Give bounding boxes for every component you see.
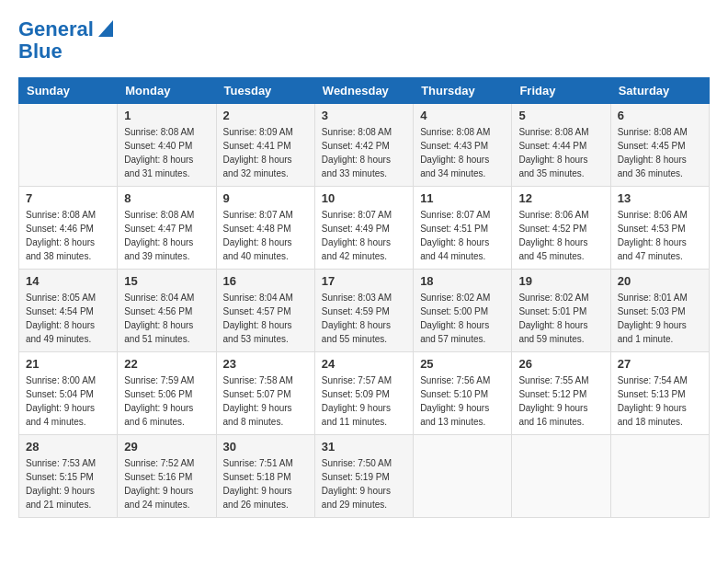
logo-icon bbox=[97, 17, 113, 37]
day-number: 1 bbox=[124, 109, 209, 122]
day-number: 15 bbox=[124, 274, 209, 288]
calendar-cell: 1Sunrise: 8:08 AM Sunset: 4:40 PM Daylig… bbox=[118, 104, 216, 187]
day-info: Sunrise: 8:00 AM Sunset: 5:04 PM Dayligh… bbox=[26, 373, 110, 429]
col-header-saturday: Saturday bbox=[610, 78, 709, 104]
calendar-cell: 9Sunrise: 8:07 AM Sunset: 4:48 PM Daylig… bbox=[216, 187, 314, 270]
day-info: Sunrise: 8:08 AM Sunset: 4:42 PM Dayligh… bbox=[322, 125, 406, 180]
calendar-cell: 12Sunrise: 8:06 AM Sunset: 4:52 PM Dayli… bbox=[512, 187, 610, 270]
calendar-cell: 27Sunrise: 7:54 AM Sunset: 5:13 PM Dayli… bbox=[610, 352, 709, 435]
day-info: Sunrise: 7:55 AM Sunset: 5:12 PM Dayligh… bbox=[518, 373, 603, 429]
day-number: 22 bbox=[124, 357, 209, 371]
calendar-week-row: 14Sunrise: 8:05 AM Sunset: 4:54 PM Dayli… bbox=[19, 270, 710, 352]
day-info: Sunrise: 7:58 AM Sunset: 5:07 PM Dayligh… bbox=[223, 373, 308, 429]
day-number: 21 bbox=[26, 357, 110, 371]
day-number: 6 bbox=[618, 109, 702, 122]
day-info: Sunrise: 8:02 AM Sunset: 5:00 PM Dayligh… bbox=[420, 291, 505, 346]
day-info: Sunrise: 8:02 AM Sunset: 5:01 PM Dayligh… bbox=[518, 291, 603, 346]
calendar-cell: 28Sunrise: 7:53 AM Sunset: 5:15 PM Dayli… bbox=[19, 435, 118, 518]
calendar-cell: 10Sunrise: 8:07 AM Sunset: 4:49 PM Dayli… bbox=[314, 187, 413, 270]
calendar-cell: 17Sunrise: 8:03 AM Sunset: 4:59 PM Dayli… bbox=[314, 270, 413, 352]
day-info: Sunrise: 8:08 AM Sunset: 4:43 PM Dayligh… bbox=[420, 125, 505, 180]
day-number: 14 bbox=[26, 274, 110, 288]
day-info: Sunrise: 8:08 AM Sunset: 4:40 PM Dayligh… bbox=[124, 125, 209, 180]
calendar-cell: 30Sunrise: 7:51 AM Sunset: 5:18 PM Dayli… bbox=[216, 435, 314, 518]
calendar-cell bbox=[414, 435, 512, 518]
calendar-header-row: SundayMondayTuesdayWednesdayThursdayFrid… bbox=[19, 78, 710, 104]
day-info: Sunrise: 7:51 AM Sunset: 5:18 PM Dayligh… bbox=[223, 456, 308, 511]
col-header-monday: Monday bbox=[118, 78, 216, 104]
day-info: Sunrise: 7:52 AM Sunset: 5:16 PM Dayligh… bbox=[124, 456, 209, 511]
day-number: 3 bbox=[322, 109, 406, 122]
calendar-cell: 19Sunrise: 8:02 AM Sunset: 5:01 PM Dayli… bbox=[512, 270, 610, 352]
day-number: 31 bbox=[322, 440, 406, 454]
day-number: 19 bbox=[518, 274, 603, 288]
col-header-thursday: Thursday bbox=[414, 78, 512, 104]
calendar-week-row: 28Sunrise: 7:53 AM Sunset: 5:15 PM Dayli… bbox=[19, 435, 710, 518]
day-number: 12 bbox=[518, 191, 603, 205]
calendar-cell: 26Sunrise: 7:55 AM Sunset: 5:12 PM Dayli… bbox=[512, 352, 610, 435]
day-number: 29 bbox=[124, 440, 209, 454]
day-number: 25 bbox=[420, 357, 505, 371]
calendar-cell: 6Sunrise: 8:08 AM Sunset: 4:45 PM Daylig… bbox=[610, 104, 709, 187]
day-info: Sunrise: 7:57 AM Sunset: 5:09 PM Dayligh… bbox=[322, 373, 406, 429]
calendar-cell: 8Sunrise: 8:08 AM Sunset: 4:47 PM Daylig… bbox=[118, 187, 216, 270]
calendar-cell bbox=[19, 104, 118, 187]
day-number: 4 bbox=[420, 109, 505, 122]
day-number: 20 bbox=[618, 274, 702, 288]
day-number: 10 bbox=[322, 191, 406, 205]
day-info: Sunrise: 8:07 AM Sunset: 4:49 PM Dayligh… bbox=[322, 208, 406, 263]
logo: General Blue bbox=[18, 18, 113, 63]
calendar-cell: 13Sunrise: 8:06 AM Sunset: 4:53 PM Dayli… bbox=[610, 187, 709, 270]
calendar-cell: 22Sunrise: 7:59 AM Sunset: 5:06 PM Dayli… bbox=[118, 352, 216, 435]
day-info: Sunrise: 8:08 AM Sunset: 4:45 PM Dayligh… bbox=[618, 125, 702, 180]
calendar-cell: 18Sunrise: 8:02 AM Sunset: 5:00 PM Dayli… bbox=[414, 270, 512, 352]
calendar-cell: 24Sunrise: 7:57 AM Sunset: 5:09 PM Dayli… bbox=[314, 352, 413, 435]
day-number: 9 bbox=[223, 191, 308, 205]
day-info: Sunrise: 8:08 AM Sunset: 4:46 PM Dayligh… bbox=[26, 208, 110, 263]
calendar-cell: 29Sunrise: 7:52 AM Sunset: 5:16 PM Dayli… bbox=[118, 435, 216, 518]
day-info: Sunrise: 8:08 AM Sunset: 4:47 PM Dayligh… bbox=[124, 208, 209, 263]
calendar-cell: 14Sunrise: 8:05 AM Sunset: 4:54 PM Dayli… bbox=[19, 270, 118, 352]
day-number: 28 bbox=[26, 440, 110, 454]
day-number: 23 bbox=[223, 357, 308, 371]
day-info: Sunrise: 8:09 AM Sunset: 4:41 PM Dayligh… bbox=[223, 125, 308, 180]
calendar-week-row: 1Sunrise: 8:08 AM Sunset: 4:40 PM Daylig… bbox=[19, 104, 710, 187]
calendar-cell: 4Sunrise: 8:08 AM Sunset: 4:43 PM Daylig… bbox=[414, 104, 512, 187]
calendar-cell bbox=[610, 435, 709, 518]
day-number: 13 bbox=[618, 191, 702, 205]
calendar-week-row: 21Sunrise: 8:00 AM Sunset: 5:04 PM Dayli… bbox=[19, 352, 710, 435]
day-info: Sunrise: 8:06 AM Sunset: 4:53 PM Dayligh… bbox=[618, 208, 702, 263]
col-header-sunday: Sunday bbox=[19, 78, 118, 104]
page-header: General Blue bbox=[18, 18, 710, 63]
day-info: Sunrise: 7:50 AM Sunset: 5:19 PM Dayligh… bbox=[322, 456, 406, 511]
calendar-week-row: 7Sunrise: 8:08 AM Sunset: 4:46 PM Daylig… bbox=[19, 187, 710, 270]
day-info: Sunrise: 7:54 AM Sunset: 5:13 PM Dayligh… bbox=[618, 373, 702, 429]
day-number: 30 bbox=[223, 440, 308, 454]
calendar-cell: 7Sunrise: 8:08 AM Sunset: 4:46 PM Daylig… bbox=[19, 187, 118, 270]
calendar-cell: 11Sunrise: 8:07 AM Sunset: 4:51 PM Dayli… bbox=[414, 187, 512, 270]
day-info: Sunrise: 8:07 AM Sunset: 4:48 PM Dayligh… bbox=[223, 208, 308, 263]
day-info: Sunrise: 8:04 AM Sunset: 4:57 PM Dayligh… bbox=[223, 291, 308, 346]
day-number: 18 bbox=[420, 274, 505, 288]
day-info: Sunrise: 7:53 AM Sunset: 5:15 PM Dayligh… bbox=[26, 456, 110, 511]
day-number: 24 bbox=[322, 357, 406, 371]
calendar-cell: 20Sunrise: 8:01 AM Sunset: 5:03 PM Dayli… bbox=[610, 270, 709, 352]
calendar-cell: 3Sunrise: 8:08 AM Sunset: 4:42 PM Daylig… bbox=[314, 104, 413, 187]
day-number: 7 bbox=[26, 191, 110, 205]
day-number: 2 bbox=[223, 109, 308, 122]
calendar-cell bbox=[512, 435, 610, 518]
day-info: Sunrise: 7:56 AM Sunset: 5:10 PM Dayligh… bbox=[420, 373, 505, 429]
day-info: Sunrise: 8:04 AM Sunset: 4:56 PM Dayligh… bbox=[124, 291, 209, 346]
calendar-cell: 21Sunrise: 8:00 AM Sunset: 5:04 PM Dayli… bbox=[19, 352, 118, 435]
calendar-cell: 15Sunrise: 8:04 AM Sunset: 4:56 PM Dayli… bbox=[118, 270, 216, 352]
day-number: 26 bbox=[518, 357, 603, 371]
col-header-wednesday: Wednesday bbox=[314, 78, 413, 104]
calendar-cell: 25Sunrise: 7:56 AM Sunset: 5:10 PM Dayli… bbox=[414, 352, 512, 435]
day-info: Sunrise: 7:59 AM Sunset: 5:06 PM Dayligh… bbox=[124, 373, 209, 429]
day-number: 11 bbox=[420, 191, 505, 205]
calendar-cell: 16Sunrise: 8:04 AM Sunset: 4:57 PM Dayli… bbox=[216, 270, 314, 352]
day-info: Sunrise: 8:07 AM Sunset: 4:51 PM Dayligh… bbox=[420, 208, 505, 263]
calendar-cell: 23Sunrise: 7:58 AM Sunset: 5:07 PM Dayli… bbox=[216, 352, 314, 435]
calendar-table: SundayMondayTuesdayWednesdayThursdayFrid… bbox=[18, 77, 710, 518]
day-info: Sunrise: 8:01 AM Sunset: 5:03 PM Dayligh… bbox=[618, 291, 702, 346]
